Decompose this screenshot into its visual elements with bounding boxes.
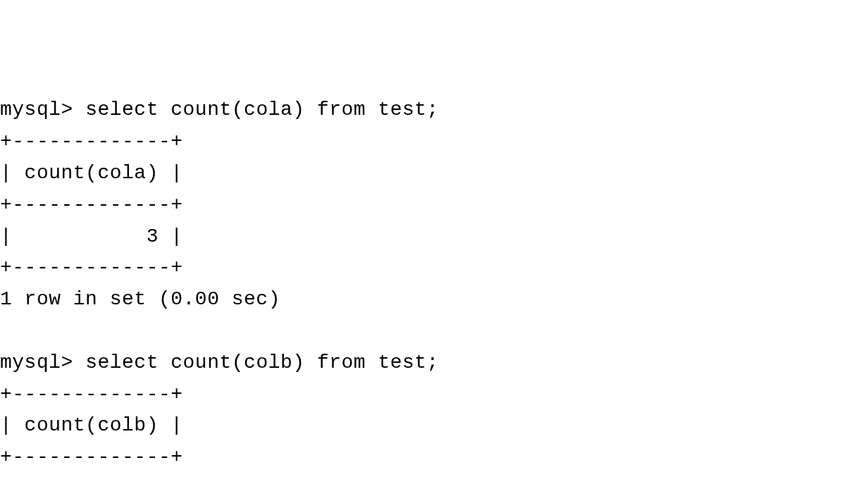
table-header-1: | count(cola) | (0, 162, 183, 184)
sql-query-2: select count(colb) from test; (85, 352, 439, 373)
table-border-bot-1: +-------------+ (0, 256, 183, 278)
mysql-prompt: mysql> (0, 99, 73, 120)
table-border-top-1: +-------------+ (0, 130, 183, 152)
table-border-mid-1: +-------------+ (0, 194, 183, 216)
result-message-1: 1 row in set (0.00 sec) (0, 288, 280, 310)
mysql-prompt: mysql> (0, 352, 73, 373)
table-border-top-2: +-------------+ (0, 383, 183, 405)
sql-query-1: select count(cola) from test; (85, 99, 439, 120)
table-header-2: | count(colb) | (0, 414, 183, 436)
table-border-mid-2: +-------------+ (0, 446, 183, 468)
mysql-terminal: mysql> select count(cola) from test; +--… (0, 94, 868, 477)
table-value-row-1: | 3 | (0, 225, 183, 247)
